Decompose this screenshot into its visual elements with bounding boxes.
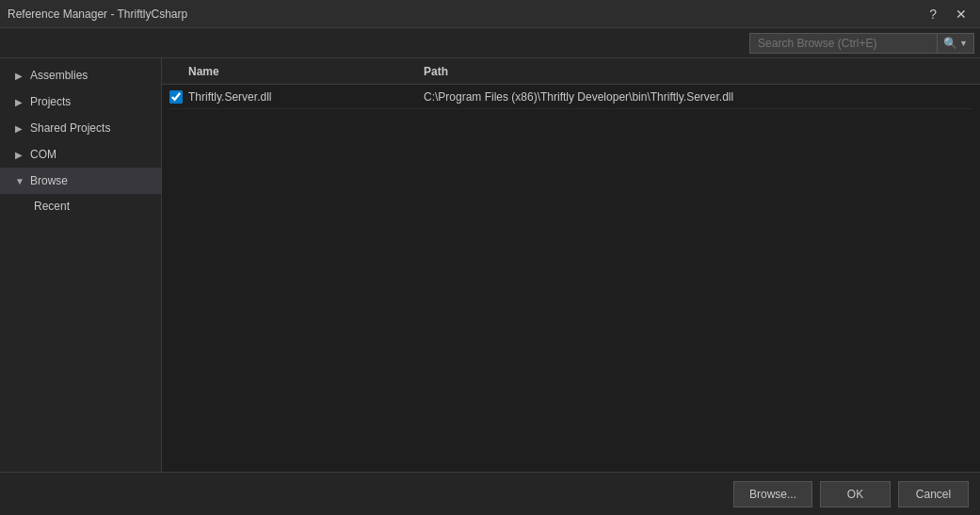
sidebar: ▶ Assemblies ▶ Projects ▶ Shared Project… [0, 58, 162, 472]
table-header: Name Path [162, 58, 980, 85]
row-name: Thriftly.Server.dll [188, 90, 424, 104]
search-icon: 🔍 [943, 37, 957, 50]
sidebar-item-label: Shared Projects [30, 121, 110, 135]
help-button[interactable]: ? [924, 6, 942, 23]
bottom-bar: Browse... OK Cancel [0, 472, 980, 515]
sidebar-item-label: COM [30, 148, 56, 161]
main-content: 🔍 ▼ ▶ Assemblies ▶ Projects ▶ Shared Pro… [0, 28, 980, 515]
title-bar: Reference Manager - ThriftlyCsharp ? ✕ [0, 0, 980, 28]
chevron-down-icon: ▼ [15, 176, 26, 186]
sidebar-item-projects[interactable]: ▶ Projects [0, 89, 161, 115]
sidebar-child-label: Recent [34, 200, 70, 213]
table-body: Thriftly.Server.dll C:\Program Files (x8… [162, 85, 980, 472]
chevron-right-icon: ▶ [15, 71, 26, 81]
chevron-right-icon: ▶ [15, 123, 26, 134]
search-input[interactable] [749, 33, 938, 54]
sidebar-item-shared-projects[interactable]: ▶ Shared Projects [0, 115, 161, 141]
chevron-right-icon: ▶ [15, 150, 26, 160]
close-button[interactable]: ✕ [950, 6, 972, 23]
sidebar-item-browse[interactable]: ▼ Browse [0, 168, 161, 194]
sidebar-item-assemblies[interactable]: ▶ Assemblies [0, 62, 161, 89]
content-area: ▶ Assemblies ▶ Projects ▶ Shared Project… [0, 58, 980, 472]
column-header-name: Name [188, 65, 424, 78]
row-checkbox[interactable] [169, 90, 188, 104]
chevron-right-icon: ▶ [15, 97, 26, 107]
column-header-path: Path [424, 65, 972, 78]
sidebar-item-label: Projects [30, 95, 71, 108]
sidebar-item-com[interactable]: ▶ COM [0, 141, 161, 168]
sidebar-item-label: Assemblies [30, 69, 88, 82]
row-checkbox-input[interactable] [169, 90, 183, 104]
ok-button[interactable]: OK [820, 481, 891, 507]
table-row: Thriftly.Server.dll C:\Program Files (x8… [169, 85, 972, 109]
row-path: C:\Program Files (x86)\Thriftly Develope… [424, 90, 972, 104]
dropdown-arrow: ▼ [959, 39, 968, 48]
search-icon-btn[interactable]: 🔍 ▼ [938, 33, 974, 54]
cancel-button[interactable]: Cancel [898, 481, 969, 507]
sidebar-item-recent[interactable]: Recent [0, 194, 161, 218]
browse-button[interactable]: Browse... [733, 481, 812, 507]
sidebar-item-label: Browse [30, 174, 68, 187]
main-panel: Name Path Thriftly.Server.dll C:\Program… [162, 58, 980, 472]
title-bar-controls: ? ✕ [924, 6, 972, 23]
search-bar: 🔍 ▼ [0, 28, 980, 58]
window-title: Reference Manager - ThriftlyCsharp [8, 8, 187, 21]
